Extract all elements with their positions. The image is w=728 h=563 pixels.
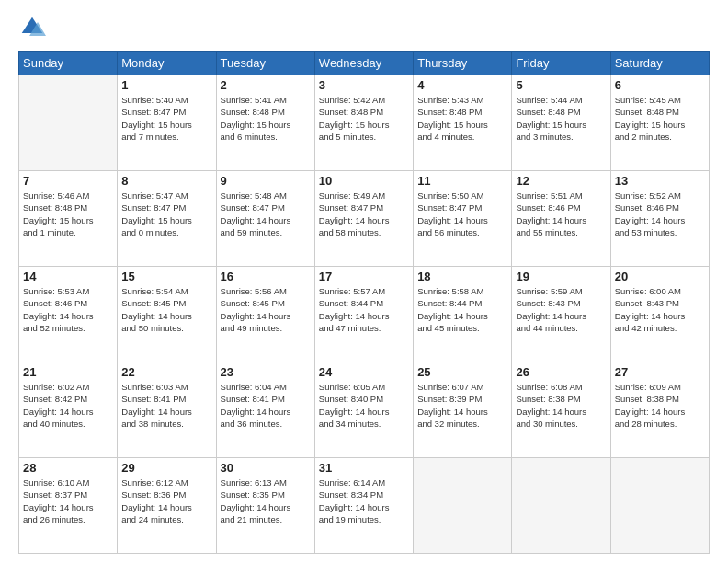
day-number: 19 [516,270,606,283]
calendar-cell: 16Sunrise: 5:56 AMSunset: 8:45 PMDayligh… [216,267,314,362]
day-header-wednesday: Wednesday [314,52,413,75]
calendar-cell: 22Sunrise: 6:03 AMSunset: 8:41 PMDayligh… [118,362,216,458]
calendar-cell: 8Sunrise: 5:47 AMSunset: 8:47 PMDaylight… [118,171,216,267]
day-header-tuesday: Tuesday [216,52,314,75]
day-info: Sunrise: 6:04 AMSunset: 8:41 PMDaylight:… [221,381,311,430]
day-info: Sunrise: 6:08 AMSunset: 8:38 PMDaylight:… [516,381,606,430]
day-number: 16 [221,270,311,283]
calendar-cell: 11Sunrise: 5:50 AMSunset: 8:47 PMDayligh… [414,171,512,267]
calendar-cell [512,458,610,554]
day-info: Sunrise: 6:02 AMSunset: 8:42 PMDaylight:… [23,381,113,430]
day-info: Sunrise: 6:07 AMSunset: 8:39 PMDaylight:… [417,381,507,430]
day-number: 10 [319,174,409,188]
day-info: Sunrise: 5:50 AMSunset: 8:47 PMDaylight:… [417,190,507,238]
day-info: Sunrise: 6:14 AMSunset: 8:34 PMDaylight:… [319,477,409,525]
page: SundayMondayTuesdayWednesdayThursdayFrid… [0,0,728,563]
day-info: Sunrise: 6:13 AMSunset: 8:35 PMDaylight:… [221,477,311,525]
calendar-cell [610,458,709,554]
day-number: 2 [221,78,311,92]
day-number: 18 [417,270,507,283]
logo [18,14,50,41]
day-info: Sunrise: 6:09 AMSunset: 8:38 PMDaylight:… [615,381,705,430]
day-info: Sunrise: 5:56 AMSunset: 8:45 PMDaylight:… [221,285,311,334]
day-info: Sunrise: 5:40 AMSunset: 8:47 PMDaylight:… [121,94,211,143]
day-info: Sunrise: 5:58 AMSunset: 8:44 PMDaylight:… [417,285,507,334]
day-number: 30 [221,461,311,475]
calendar-cell: 24Sunrise: 6:05 AMSunset: 8:40 PMDayligh… [314,362,413,458]
day-info: Sunrise: 5:57 AMSunset: 8:44 PMDaylight:… [319,285,409,334]
day-number: 8 [121,174,211,188]
calendar-cell: 26Sunrise: 6:08 AMSunset: 8:38 PMDayligh… [512,362,610,458]
day-number: 21 [23,365,113,379]
calendar-cell: 13Sunrise: 5:52 AMSunset: 8:46 PMDayligh… [610,171,709,267]
day-info: Sunrise: 6:05 AMSunset: 8:40 PMDaylight:… [319,381,409,430]
day-number: 26 [516,365,606,379]
day-number: 6 [615,78,705,92]
day-number: 14 [23,270,113,283]
calendar-cell: 14Sunrise: 5:53 AMSunset: 8:46 PMDayligh… [19,267,118,362]
calendar-cell [19,75,118,171]
calendar-cell: 17Sunrise: 5:57 AMSunset: 8:44 PMDayligh… [314,267,413,362]
day-header-saturday: Saturday [610,52,709,75]
calendar-cell: 7Sunrise: 5:46 AMSunset: 8:48 PMDaylight… [19,171,118,267]
calendar-cell: 2Sunrise: 5:41 AMSunset: 8:48 PMDaylight… [216,75,314,171]
day-info: Sunrise: 5:52 AMSunset: 8:46 PMDaylight:… [615,190,705,238]
day-info: Sunrise: 6:03 AMSunset: 8:41 PMDaylight:… [121,381,211,430]
day-info: Sunrise: 6:12 AMSunset: 8:36 PMDaylight:… [121,477,211,525]
day-header-sunday: Sunday [19,52,118,75]
logo-icon [18,14,46,41]
calendar-cell: 12Sunrise: 5:51 AMSunset: 8:46 PMDayligh… [512,171,610,267]
day-number: 29 [121,461,211,475]
day-header-thursday: Thursday [414,52,512,75]
day-number: 12 [516,174,606,188]
calendar-cell: 6Sunrise: 5:45 AMSunset: 8:48 PMDaylight… [610,75,709,171]
calendar-table: SundayMondayTuesdayWednesdayThursdayFrid… [18,51,710,554]
calendar-cell [414,458,512,554]
day-number: 9 [221,174,311,188]
calendar-cell: 10Sunrise: 5:49 AMSunset: 8:47 PMDayligh… [314,171,413,267]
day-number: 15 [121,270,211,283]
calendar-cell: 23Sunrise: 6:04 AMSunset: 8:41 PMDayligh… [216,362,314,458]
calendar-cell: 25Sunrise: 6:07 AMSunset: 8:39 PMDayligh… [414,362,512,458]
day-info: Sunrise: 5:48 AMSunset: 8:47 PMDaylight:… [221,190,311,238]
day-info: Sunrise: 6:10 AMSunset: 8:37 PMDaylight:… [23,477,113,525]
day-number: 25 [417,365,507,379]
day-number: 4 [417,78,507,92]
day-info: Sunrise: 5:42 AMSunset: 8:48 PMDaylight:… [319,94,409,143]
day-number: 23 [221,365,311,379]
day-number: 13 [615,174,705,188]
calendar-week-3: 14Sunrise: 5:53 AMSunset: 8:46 PMDayligh… [19,267,710,362]
calendar-week-1: 1Sunrise: 5:40 AMSunset: 8:47 PMDaylight… [19,75,710,171]
calendar-cell: 3Sunrise: 5:42 AMSunset: 8:48 PMDaylight… [314,75,413,171]
day-number: 24 [319,365,409,379]
day-number: 27 [615,365,705,379]
day-number: 20 [615,270,705,283]
header [18,14,710,41]
calendar-cell: 20Sunrise: 6:00 AMSunset: 8:43 PMDayligh… [610,267,709,362]
calendar-cell: 9Sunrise: 5:48 AMSunset: 8:47 PMDaylight… [216,171,314,267]
day-number: 3 [319,78,409,92]
calendar-week-4: 21Sunrise: 6:02 AMSunset: 8:42 PMDayligh… [19,362,710,458]
day-info: Sunrise: 5:49 AMSunset: 8:47 PMDaylight:… [319,190,409,238]
day-number: 1 [121,78,211,92]
day-number: 28 [23,461,113,475]
calendar-cell: 5Sunrise: 5:44 AMSunset: 8:48 PMDaylight… [512,75,610,171]
calendar-cell: 15Sunrise: 5:54 AMSunset: 8:45 PMDayligh… [118,267,216,362]
day-info: Sunrise: 5:53 AMSunset: 8:46 PMDaylight:… [23,285,113,334]
day-info: Sunrise: 5:45 AMSunset: 8:48 PMDaylight:… [615,94,705,143]
day-info: Sunrise: 5:47 AMSunset: 8:47 PMDaylight:… [121,190,211,238]
day-number: 17 [319,270,409,283]
day-number: 22 [121,365,211,379]
calendar-cell: 29Sunrise: 6:12 AMSunset: 8:36 PMDayligh… [118,458,216,554]
days-header-row: SundayMondayTuesdayWednesdayThursdayFrid… [19,52,710,75]
calendar-cell: 21Sunrise: 6:02 AMSunset: 8:42 PMDayligh… [19,362,118,458]
day-info: Sunrise: 5:54 AMSunset: 8:45 PMDaylight:… [121,285,211,334]
day-header-friday: Friday [512,52,610,75]
day-info: Sunrise: 5:44 AMSunset: 8:48 PMDaylight:… [516,94,606,143]
day-info: Sunrise: 5:41 AMSunset: 8:48 PMDaylight:… [221,94,311,143]
calendar-cell: 27Sunrise: 6:09 AMSunset: 8:38 PMDayligh… [610,362,709,458]
day-number: 5 [516,78,606,92]
calendar-week-2: 7Sunrise: 5:46 AMSunset: 8:48 PMDaylight… [19,171,710,267]
day-number: 7 [23,174,113,188]
calendar-cell: 18Sunrise: 5:58 AMSunset: 8:44 PMDayligh… [414,267,512,362]
